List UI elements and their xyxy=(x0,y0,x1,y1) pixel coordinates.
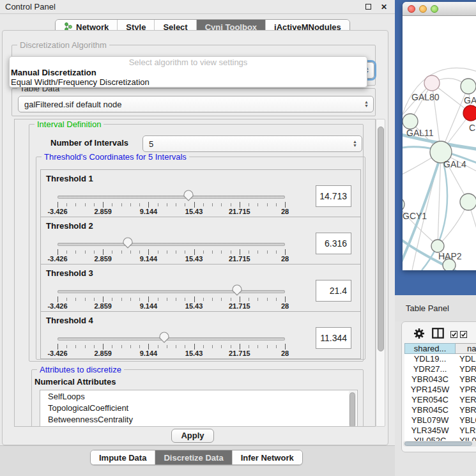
threshold-slider-thumb[interactable] xyxy=(182,189,195,202)
list-item-betweennesscentrality[interactable]: BetweennessCentrality xyxy=(40,413,357,425)
tick-label: -3.426 xyxy=(47,255,67,263)
threshold-slider-track[interactable] xyxy=(58,243,285,246)
cell-name[interactable]: YBR0 xyxy=(456,405,476,415)
tab-impute-data[interactable]: Impute Data xyxy=(91,450,155,464)
cell-name[interactable]: YLR3 xyxy=(456,426,476,436)
dropdown-item-manual-discretization[interactable]: Manual Discretization xyxy=(11,68,96,77)
minimize-traffic-light-icon[interactable] xyxy=(419,5,427,13)
threshold-value-field[interactable]: 6.316 xyxy=(316,233,351,254)
table-horizontal-scrollbar[interactable] xyxy=(403,441,476,447)
tick-label: 2.859 xyxy=(94,208,112,215)
cell-shared-name[interactable]: YBR043C xyxy=(404,374,456,385)
table-row[interactable]: YER054C YER0 xyxy=(404,395,476,405)
tab-infer-network[interactable]: Infer Network xyxy=(233,450,302,464)
label-gal11: GAL11 xyxy=(406,128,434,138)
node-attribute-table[interactable]: shared... na YDL19... YDL1YDR27... YDR2Y… xyxy=(404,343,476,446)
threshold-label: Threshold 3 xyxy=(46,268,93,278)
panel-title: Control Panel xyxy=(5,2,56,12)
slider-tick-labels: -3.4262.8599.14415.4321.71528 xyxy=(58,302,285,311)
cell-name[interactable]: YBR0 xyxy=(456,374,476,385)
close-traffic-light-icon[interactable] xyxy=(408,5,415,13)
threshold-slider-thumb[interactable] xyxy=(121,236,134,249)
threshold-value-field[interactable]: 14.713 xyxy=(316,185,351,207)
list-item-topologicalcoefficient[interactable]: TopologicalCoefficient xyxy=(40,402,357,413)
tick-label: 2.859 xyxy=(94,349,112,357)
node-green-top[interactable] xyxy=(461,79,476,94)
list-item-selfloops[interactable]: SelfLoops xyxy=(40,390,357,402)
table-row[interactable]: YBR045C YBR0 xyxy=(404,405,476,415)
slider-tick-labels: -3.4262.8599.14415.4321.71528 xyxy=(58,208,285,216)
threshold-slider-track[interactable] xyxy=(58,337,285,341)
number-of-intervals-combobox[interactable]: 5 ▲▼ xyxy=(142,135,362,152)
dropdown-item-equal-width-frequency[interactable]: Equal Width/Frequency Discretization xyxy=(11,77,150,87)
cell-shared-name[interactable]: YBR045C xyxy=(404,405,456,415)
table-row[interactable]: YBL079W YBL0 xyxy=(404,415,476,426)
control-panel: Control Panel ✕ Network Style Select Cyn… xyxy=(0,0,395,476)
apply-button[interactable]: Apply xyxy=(171,429,214,443)
table-data-combobox[interactable]: galFiltered.sif default node ▲▼ xyxy=(18,96,374,112)
column-header-name[interactable]: na xyxy=(456,343,476,354)
cell-name[interactable]: YDL1 xyxy=(456,354,476,364)
attributes-list-scrollbar[interactable] xyxy=(349,391,357,427)
table-panel-container: shared... na YDL19... YDL1YDR27... YDR2Y… xyxy=(401,321,476,452)
tab-discretize-data[interactable]: Discretize Data xyxy=(155,450,232,464)
float-window-icon[interactable] xyxy=(364,3,373,12)
cell-shared-name[interactable]: YDR27... xyxy=(404,364,456,374)
node-gcy1[interactable] xyxy=(403,197,404,211)
cell-shared-name[interactable]: YPR145W xyxy=(404,385,456,395)
slider-minor-ticks xyxy=(58,203,286,206)
threshold-slider-thumb[interactable] xyxy=(158,331,171,344)
node-red-selected[interactable] xyxy=(463,105,476,121)
cell-shared-name[interactable]: YLR345W xyxy=(404,426,456,436)
cell-shared-name[interactable]: YER054C xyxy=(404,395,456,405)
threshold-3-panel: Threshold 3 -3.4262.8599.14415.4321.7152… xyxy=(40,264,361,312)
interval-definition-title: Interval Definition xyxy=(35,119,104,129)
network-window-titlebar[interactable] xyxy=(403,2,476,16)
node-right-mid[interactable] xyxy=(460,194,476,210)
table-data-value: galFiltered.sif default node xyxy=(24,100,121,109)
tick-label: 28 xyxy=(281,349,289,357)
checked-checkbox-icon[interactable] xyxy=(460,331,467,338)
cell-name[interactable]: YDR2 xyxy=(456,364,476,374)
threshold-slider-track[interactable] xyxy=(58,290,285,293)
numerical-attributes-label: Numerical Attributes xyxy=(35,377,116,387)
horizontal-scrollbar-thumb[interactable] xyxy=(404,441,472,446)
table-row[interactable]: YPR145W YPR1 xyxy=(404,385,476,395)
table-panel-header: Table Panel xyxy=(395,295,476,321)
network-view-window[interactable]: GAL80 GA C GAL11 GAL4 GCY1 H HAP2 xyxy=(403,2,476,270)
vertical-scrollbar-thumb[interactable] xyxy=(378,127,384,351)
gear-icon[interactable] xyxy=(413,328,425,339)
split-columns-icon[interactable] xyxy=(432,328,444,339)
zoom-traffic-light-icon[interactable] xyxy=(431,5,438,13)
threshold-label: Threshold 4 xyxy=(46,316,93,325)
table-row[interactable]: YLR345W YLR3 xyxy=(404,426,476,436)
node-hap2[interactable] xyxy=(431,240,444,252)
cell-shared-name[interactable]: YBL079W xyxy=(404,415,456,426)
right-pane: GAL80 GA C GAL11 GAL4 GCY1 H HAP2 Table … xyxy=(395,0,476,476)
column-visibility-icons[interactable] xyxy=(450,331,467,338)
threshold-value-field[interactable]: 21.4 xyxy=(316,280,351,302)
threshold-slider-track[interactable] xyxy=(58,196,285,199)
attributes-group-title: Attributes to discretize xyxy=(37,365,124,374)
network-canvas[interactable]: GAL80 GA C GAL11 GAL4 GCY1 H HAP2 xyxy=(403,16,476,270)
vertical-scrollbar[interactable] xyxy=(376,119,385,427)
cell-name[interactable]: YBL0 xyxy=(456,415,476,426)
table-row[interactable]: YDR27... YDR2 xyxy=(404,364,476,374)
checked-checkbox-icon[interactable] xyxy=(450,331,457,338)
node-gal11[interactable] xyxy=(403,114,418,129)
label-ga-cut: GA xyxy=(464,95,476,105)
cell-name[interactable]: YER0 xyxy=(456,395,476,405)
column-header-shared-name[interactable]: shared... xyxy=(404,343,456,354)
node-pink[interactable] xyxy=(424,75,440,91)
close-icon[interactable]: ✕ xyxy=(380,3,388,12)
numerical-attributes-list[interactable]: SelfLoops TopologicalCoefficient Between… xyxy=(40,390,358,427)
dropdown-prompt-item[interactable]: Select algorithm to view settings xyxy=(10,58,367,67)
cell-name[interactable]: YPR1 xyxy=(456,385,476,395)
threshold-1-panel: Threshold 1 -3.4262.8599.14415.4321.7152… xyxy=(40,169,361,217)
threshold-value-field[interactable]: 11.344 xyxy=(316,327,351,349)
cell-shared-name[interactable]: YDL19... xyxy=(404,354,456,364)
table-row[interactable]: YBR043C YBR0 xyxy=(404,374,476,385)
table-row[interactable]: YDL19... YDL1 xyxy=(404,354,476,364)
settings-scroll-pane: Interval Definition Number of Intervals … xyxy=(14,119,376,427)
threshold-slider-thumb[interactable] xyxy=(231,284,243,296)
